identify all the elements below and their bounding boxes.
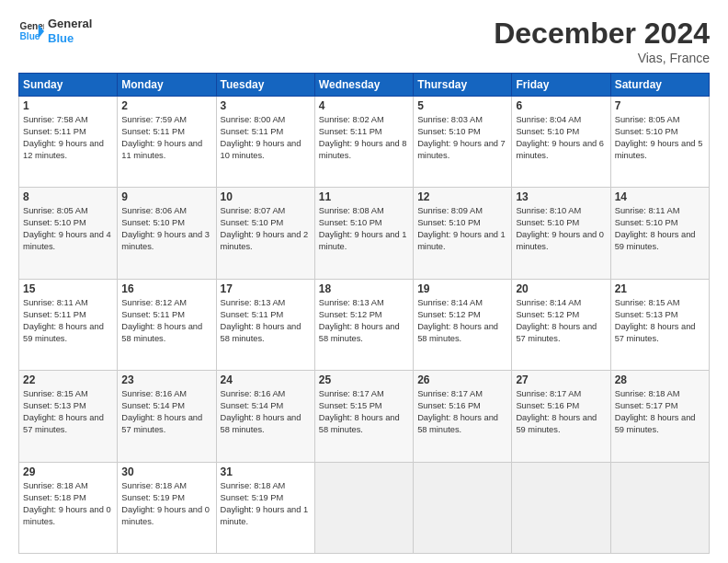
daylight: Daylight: 9 hours and 6 minutes. (516, 139, 604, 160)
day-info: Sunrise: 8:08 AMSunset: 5:10 PMDaylight:… (319, 205, 409, 253)
day-info: Sunrise: 8:18 AMSunset: 5:18 PMDaylight:… (23, 480, 113, 528)
day-info: Sunrise: 8:18 AMSunset: 5:17 PMDaylight:… (615, 388, 705, 436)
header-day-thursday: Thursday (414, 74, 512, 97)
sunset: Sunset: 5:10 PM (221, 218, 284, 227)
daylight: Daylight: 8 hours and 59 minutes. (615, 230, 696, 251)
day-info: Sunrise: 8:04 AMSunset: 5:10 PMDaylight:… (516, 114, 606, 162)
calendar-cell: 26Sunrise: 8:17 AMSunset: 5:16 PMDayligh… (414, 371, 512, 462)
calendar-row: 15Sunrise: 8:11 AMSunset: 5:11 PMDayligh… (19, 279, 710, 370)
sunrise: Sunrise: 8:07 AM (221, 206, 286, 215)
header: General Blue General Blue December 2024 … (18, 17, 710, 65)
sunset: Sunset: 5:11 PM (221, 127, 284, 136)
day-number: 11 (319, 190, 409, 203)
day-info: Sunrise: 8:05 AMSunset: 5:10 PMDaylight:… (615, 114, 705, 162)
daylight: Daylight: 9 hours and 4 minutes. (23, 230, 111, 251)
sunset: Sunset: 5:10 PM (615, 127, 678, 136)
sunset: Sunset: 5:10 PM (516, 218, 579, 227)
day-info: Sunrise: 8:07 AMSunset: 5:10 PMDaylight:… (221, 205, 311, 253)
calendar-cell: 11Sunrise: 8:08 AMSunset: 5:10 PMDayligh… (314, 188, 413, 279)
calendar-body: 1Sunrise: 7:58 AMSunset: 5:11 PMDaylight… (19, 97, 710, 554)
header-day-friday: Friday (512, 74, 610, 97)
day-number: 8 (23, 190, 113, 203)
sunrise: Sunrise: 8:09 AM (417, 206, 483, 215)
day-info: Sunrise: 8:18 AMSunset: 5:19 PMDaylight:… (121, 480, 211, 528)
day-info: Sunrise: 8:10 AMSunset: 5:10 PMDaylight:… (516, 205, 606, 253)
daylight: Daylight: 8 hours and 59 minutes. (615, 413, 696, 434)
calendar-cell: 7Sunrise: 8:05 AMSunset: 5:10 PMDaylight… (610, 97, 709, 188)
calendar-row: 22Sunrise: 8:15 AMSunset: 5:13 PMDayligh… (19, 371, 710, 462)
sunset: Sunset: 5:10 PM (23, 218, 86, 227)
sunset: Sunset: 5:10 PM (615, 218, 678, 227)
sunrise: Sunrise: 8:13 AM (221, 298, 286, 307)
day-number: 5 (417, 99, 507, 112)
day-info: Sunrise: 8:13 AMSunset: 5:11 PMDaylight:… (221, 297, 311, 345)
sunset: Sunset: 5:11 PM (319, 127, 382, 136)
calendar-cell: 22Sunrise: 8:15 AMSunset: 5:13 PMDayligh… (19, 371, 118, 462)
day-info: Sunrise: 8:15 AMSunset: 5:13 PMDaylight:… (615, 297, 705, 345)
day-info: Sunrise: 8:06 AMSunset: 5:10 PMDaylight:… (121, 205, 211, 253)
day-info: Sunrise: 8:17 AMSunset: 5:16 PMDaylight:… (516, 388, 606, 436)
day-number: 17 (221, 282, 311, 295)
day-info: Sunrise: 8:12 AMSunset: 5:11 PMDaylight:… (121, 297, 211, 345)
calendar-cell: 28Sunrise: 8:18 AMSunset: 5:17 PMDayligh… (610, 371, 709, 462)
logo-line2: Blue (48, 31, 92, 46)
day-number: 23 (121, 373, 211, 386)
day-number: 31 (221, 465, 311, 478)
sunset: Sunset: 5:12 PM (516, 310, 579, 319)
calendar-cell: 4Sunrise: 8:02 AMSunset: 5:11 PMDaylight… (314, 97, 413, 188)
sunrise: Sunrise: 8:17 AM (319, 389, 384, 398)
day-number: 22 (23, 373, 113, 386)
daylight: Daylight: 8 hours and 59 minutes. (23, 322, 104, 343)
day-number: 24 (221, 373, 311, 386)
sunset: Sunset: 5:10 PM (319, 218, 382, 227)
daylight: Daylight: 9 hours and 11 minutes. (121, 139, 202, 160)
sunset: Sunset: 5:10 PM (417, 218, 481, 227)
day-info: Sunrise: 8:15 AMSunset: 5:13 PMDaylight:… (23, 388, 113, 436)
sunset: Sunset: 5:11 PM (121, 127, 185, 136)
day-number: 20 (516, 282, 606, 295)
daylight: Daylight: 8 hours and 58 minutes. (417, 413, 498, 434)
calendar-cell: 3Sunrise: 8:00 AMSunset: 5:11 PMDaylight… (216, 97, 314, 188)
header-day-sunday: Sunday (19, 74, 118, 97)
sunset: Sunset: 5:13 PM (23, 401, 86, 410)
day-number: 9 (121, 190, 211, 203)
sunrise: Sunrise: 8:14 AM (417, 298, 483, 307)
sunset: Sunset: 5:10 PM (417, 127, 481, 136)
sunset: Sunset: 5:10 PM (516, 127, 579, 136)
sunrise: Sunrise: 8:10 AM (516, 206, 581, 215)
sunrise: Sunrise: 8:17 AM (516, 389, 581, 398)
calendar-cell: 25Sunrise: 8:17 AMSunset: 5:15 PMDayligh… (314, 371, 413, 462)
calendar-cell: 31Sunrise: 8:18 AMSunset: 5:19 PMDayligh… (216, 462, 314, 553)
subtitle: Vias, France (494, 51, 710, 65)
header-day-tuesday: Tuesday (216, 74, 314, 97)
sunrise: Sunrise: 8:13 AM (319, 298, 384, 307)
sunset: Sunset: 5:10 PM (121, 218, 185, 227)
daylight: Daylight: 9 hours and 5 minutes. (615, 139, 703, 160)
sunset: Sunset: 5:19 PM (221, 493, 284, 502)
calendar-cell: 1Sunrise: 7:58 AMSunset: 5:11 PMDaylight… (19, 97, 118, 188)
daylight: Daylight: 8 hours and 58 minutes. (319, 413, 400, 434)
calendar-cell: 13Sunrise: 8:10 AMSunset: 5:10 PMDayligh… (512, 188, 610, 279)
day-number: 15 (23, 282, 113, 295)
day-number: 14 (615, 190, 705, 203)
sunrise: Sunrise: 8:00 AM (221, 115, 286, 124)
daylight: Daylight: 8 hours and 58 minutes. (221, 322, 301, 343)
logo-icon: General Blue (18, 18, 44, 44)
sunset: Sunset: 5:11 PM (23, 310, 86, 319)
day-info: Sunrise: 8:14 AMSunset: 5:12 PMDaylight:… (516, 297, 606, 345)
calendar-cell: 6Sunrise: 8:04 AMSunset: 5:10 PMDaylight… (512, 97, 610, 188)
sunrise: Sunrise: 8:11 AM (23, 298, 88, 307)
calendar-cell: 5Sunrise: 8:03 AMSunset: 5:10 PMDaylight… (414, 97, 512, 188)
calendar-cell: 12Sunrise: 8:09 AMSunset: 5:10 PMDayligh… (414, 188, 512, 279)
day-number: 28 (615, 373, 705, 386)
day-info: Sunrise: 8:09 AMSunset: 5:10 PMDaylight:… (417, 205, 507, 253)
day-number: 18 (319, 282, 409, 295)
calendar-row: 8Sunrise: 8:05 AMSunset: 5:10 PMDaylight… (19, 188, 710, 279)
sunset: Sunset: 5:19 PM (121, 493, 185, 502)
day-number: 6 (516, 99, 606, 112)
day-info: Sunrise: 8:02 AMSunset: 5:11 PMDaylight:… (319, 114, 409, 162)
day-number: 29 (23, 465, 113, 478)
calendar-cell: 10Sunrise: 8:07 AMSunset: 5:10 PMDayligh… (216, 188, 314, 279)
sunrise: Sunrise: 8:17 AM (417, 389, 483, 398)
day-number: 27 (516, 373, 606, 386)
